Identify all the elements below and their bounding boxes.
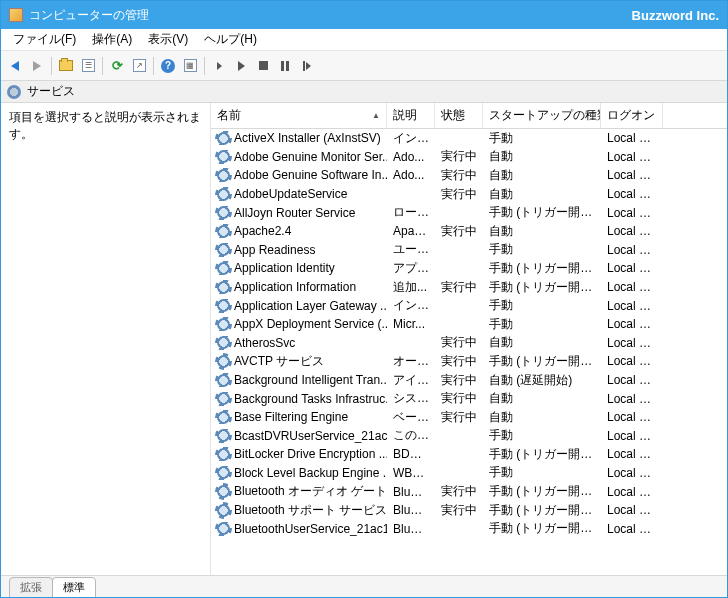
service-logon: Local S... bbox=[601, 466, 663, 480]
service-desc: インタ... bbox=[387, 297, 435, 314]
up-button[interactable] bbox=[56, 56, 76, 76]
service-startup: 手動 bbox=[483, 464, 601, 481]
restart-button[interactable] bbox=[297, 56, 317, 76]
service-row[interactable]: Application Identityアプリ...手動 (トリガー開始)Loc… bbox=[211, 259, 727, 278]
service-row[interactable]: BitLocker Drive Encryption ...BDES...手動 … bbox=[211, 445, 727, 464]
service-name: ActiveX Installer (AxInstSV) bbox=[234, 131, 381, 145]
arrow-right-icon bbox=[33, 61, 41, 71]
service-logon: Local S... bbox=[601, 243, 663, 257]
service-logon: Local S... bbox=[601, 410, 663, 424]
service-row[interactable]: AppX Deployment Service (...Micr...手動Loc… bbox=[211, 315, 727, 334]
play-icon bbox=[238, 61, 245, 71]
service-row[interactable]: Bluetooth サポート サービスBluet...実行中手動 (トリガー開始… bbox=[211, 501, 727, 520]
services-list[interactable]: 名前▲ 説明 状態 スタートアップの種類 ログオン ActiveX Instal… bbox=[211, 103, 727, 575]
service-logon: Local S... bbox=[601, 429, 663, 443]
pause-button[interactable] bbox=[275, 56, 295, 76]
service-row[interactable]: Background Tasks Infrastruc...システ...実行中自… bbox=[211, 389, 727, 408]
start2-button[interactable] bbox=[231, 56, 251, 76]
service-gear-icon bbox=[217, 429, 230, 442]
folder-up-icon bbox=[59, 60, 73, 71]
service-row[interactable]: AVCTP サービスオーデ...実行中手動 (トリガー開始)Local S... bbox=[211, 352, 727, 371]
service-gear-icon bbox=[217, 299, 230, 312]
service-row[interactable]: AllJoyn Router Serviceローカ...手動 (トリガー開始)L… bbox=[211, 203, 727, 222]
properties-button[interactable]: ☰ bbox=[78, 56, 98, 76]
service-row[interactable]: Base Filtering Engineベース...実行中自動Local S.… bbox=[211, 408, 727, 427]
service-row[interactable]: Adobe Genuine Monitor Ser...Ado...実行中自動L… bbox=[211, 148, 727, 167]
service-row[interactable]: AdobeUpdateService実行中自動Local S... bbox=[211, 185, 727, 204]
service-startup: 手動 (トリガー開始) bbox=[483, 260, 601, 277]
service-row[interactable]: Bluetooth オーディオ ゲートウェ...Bluet...実行中手動 (ト… bbox=[211, 482, 727, 501]
service-desc: システ... bbox=[387, 390, 435, 407]
service-logon: Local S... bbox=[601, 299, 663, 313]
service-logon: Local S... bbox=[601, 522, 663, 536]
service-name: Application Identity bbox=[234, 261, 335, 275]
service-desc: Ado... bbox=[387, 150, 435, 164]
service-row[interactable]: Background Intelligent Tran...アイド...実行中自… bbox=[211, 371, 727, 390]
service-gear-icon bbox=[217, 169, 230, 182]
services-header-label: サービス bbox=[27, 83, 75, 100]
service-startup: 手動 (トリガー開始) bbox=[483, 446, 601, 463]
col-startup[interactable]: スタートアップの種類 bbox=[483, 103, 601, 128]
service-status: 実行中 bbox=[435, 279, 483, 296]
service-row[interactable]: BluetoothUserService_21ac1Bluet...手動 (トリ… bbox=[211, 519, 727, 538]
service-name: Bluetooth サポート サービス bbox=[234, 502, 387, 519]
service-logon: Local S... bbox=[601, 261, 663, 275]
toolbar: ☰ ⟳ ↗ ? ▦ bbox=[1, 51, 727, 81]
service-name: BluetoothUserService_21ac1 bbox=[234, 522, 387, 536]
service-status: 実行中 bbox=[435, 353, 483, 370]
forward-button[interactable] bbox=[27, 56, 47, 76]
service-status: 実行中 bbox=[435, 483, 483, 500]
export-icon: ↗ bbox=[133, 59, 146, 72]
service-row[interactable]: Application Layer Gateway ...インタ...手動Loc… bbox=[211, 296, 727, 315]
service-row[interactable]: Block Level Backup Engine ...WBE...手動Loc… bbox=[211, 464, 727, 483]
menu-file[interactable]: ファイル(F) bbox=[5, 29, 84, 50]
refresh-button[interactable]: ⟳ bbox=[107, 56, 127, 76]
tab-extended[interactable]: 拡張 bbox=[9, 577, 53, 598]
service-row[interactable]: Adobe Genuine Software In...Ado...実行中自動L… bbox=[211, 166, 727, 185]
service-desc: 追加... bbox=[387, 279, 435, 296]
service-status: 実行中 bbox=[435, 502, 483, 519]
col-logon[interactable]: ログオン bbox=[601, 103, 663, 128]
service-desc: WBE... bbox=[387, 466, 435, 480]
menu-view[interactable]: 表示(V) bbox=[140, 29, 196, 50]
restart-icon bbox=[303, 61, 311, 71]
start-button[interactable] bbox=[209, 56, 229, 76]
col-status[interactable]: 状態 bbox=[435, 103, 483, 128]
col-name[interactable]: 名前▲ bbox=[211, 103, 387, 128]
tab-standard[interactable]: 標準 bbox=[52, 577, 96, 598]
service-gear-icon bbox=[217, 225, 230, 238]
column-headers: 名前▲ 説明 状態 スタートアップの種類 ログオン bbox=[211, 103, 727, 129]
view-tabs: 拡張 標準 bbox=[1, 575, 727, 597]
service-logon: Local S... bbox=[601, 485, 663, 499]
service-startup: 自動 bbox=[483, 390, 601, 407]
service-gear-icon bbox=[217, 504, 230, 517]
service-gear-icon bbox=[217, 355, 230, 368]
titlebar[interactable]: コンピューターの管理 Buzzword Inc. bbox=[1, 1, 727, 29]
menu-action[interactable]: 操作(A) bbox=[84, 29, 140, 50]
service-logon: Local S... bbox=[601, 447, 663, 461]
service-logon: Local S... bbox=[601, 131, 663, 145]
service-row[interactable]: AtherosSvc実行中自動Local S... bbox=[211, 334, 727, 353]
service-startup: 自動 bbox=[483, 148, 601, 165]
col-description[interactable]: 説明 bbox=[387, 103, 435, 128]
service-name: Application Layer Gateway ... bbox=[234, 299, 387, 313]
service-row[interactable]: App Readinessユーザ...手動Local S... bbox=[211, 241, 727, 260]
grid-button[interactable]: ▦ bbox=[180, 56, 200, 76]
menubar: ファイル(F) 操作(A) 表示(V) ヘルプ(H) bbox=[1, 29, 727, 51]
back-button[interactable] bbox=[5, 56, 25, 76]
service-status: 実行中 bbox=[435, 167, 483, 184]
service-row[interactable]: BcastDVRUserService_21ac1このユ...手動Local S… bbox=[211, 427, 727, 446]
help-button[interactable]: ? bbox=[158, 56, 178, 76]
service-row[interactable]: ActiveX Installer (AxInstSV)インタ...手動Loca… bbox=[211, 129, 727, 148]
menu-help[interactable]: ヘルプ(H) bbox=[196, 29, 265, 50]
play-icon bbox=[217, 62, 222, 70]
service-logon: Local S... bbox=[601, 224, 663, 238]
service-status: 実行中 bbox=[435, 223, 483, 240]
stop-button[interactable] bbox=[253, 56, 273, 76]
service-desc: アプリ... bbox=[387, 260, 435, 277]
service-name: Background Tasks Infrastruc... bbox=[234, 392, 387, 406]
service-row[interactable]: Apache2.4Apac...実行中自動Local S... bbox=[211, 222, 727, 241]
service-name: AtherosSvc bbox=[234, 336, 295, 350]
export-button[interactable]: ↗ bbox=[129, 56, 149, 76]
service-row[interactable]: Application Information追加...実行中手動 (トリガー開… bbox=[211, 278, 727, 297]
